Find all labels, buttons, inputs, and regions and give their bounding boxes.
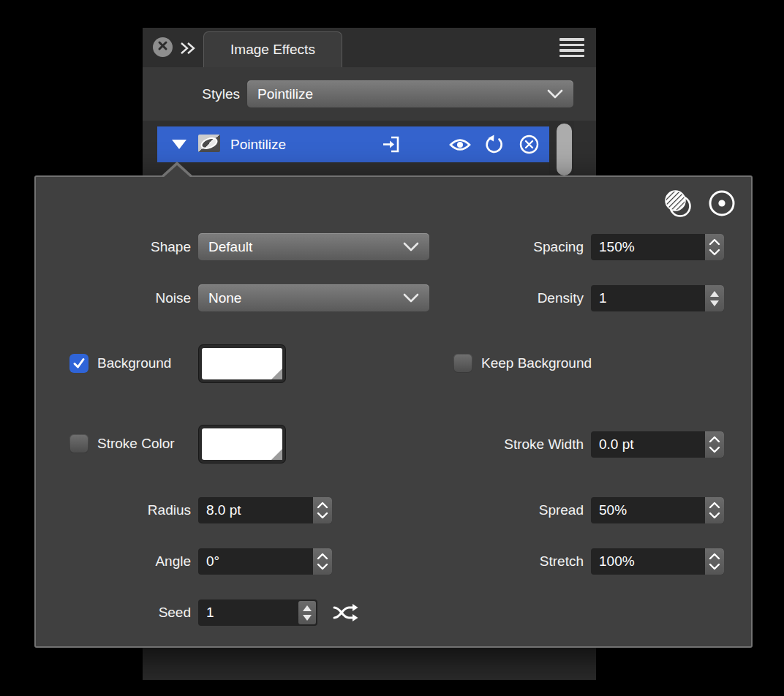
background-label: Background bbox=[97, 354, 171, 373]
reset-undo-icon[interactable] bbox=[485, 135, 505, 157]
swatch-color bbox=[202, 428, 282, 460]
stroke-width-stepper[interactable] bbox=[705, 431, 724, 458]
noise-label: Noise bbox=[80, 284, 191, 311]
angle-value: 0° bbox=[206, 548, 219, 575]
spread-stepper[interactable] bbox=[705, 497, 724, 523]
density-stepper[interactable] bbox=[705, 285, 724, 311]
stretch-stepper[interactable] bbox=[705, 548, 724, 575]
shuffle-icon[interactable] bbox=[332, 602, 360, 627]
background-checkbox[interactable] bbox=[69, 354, 88, 373]
stroke-width-label: Stroke Width bbox=[437, 431, 584, 458]
tab-label: Image Effects bbox=[230, 42, 315, 58]
scrollbar-thumb[interactable] bbox=[557, 124, 572, 175]
chevron-down-icon bbox=[547, 86, 563, 102]
panel-menu-icon[interactable] bbox=[559, 38, 584, 57]
panel-header: Image Effects bbox=[143, 28, 596, 67]
radius-label: Radius bbox=[80, 496, 191, 523]
background-color-swatch[interactable] bbox=[198, 344, 286, 383]
stretch-label: Stretch bbox=[437, 548, 584, 575]
delete-circle-x-icon[interactable] bbox=[519, 134, 540, 158]
spread-value: 50% bbox=[599, 497, 627, 523]
swatch-color bbox=[202, 348, 282, 379]
noise-dropdown-value: None bbox=[208, 290, 241, 306]
radius-value: 8.0 pt bbox=[206, 497, 241, 523]
close-icon bbox=[157, 40, 168, 54]
panel-close-button[interactable] bbox=[153, 37, 173, 57]
angle-label: Angle bbox=[80, 548, 191, 575]
swatch-corner-icon bbox=[271, 449, 282, 460]
disclosure-triangle-icon[interactable] bbox=[172, 140, 186, 149]
live-filter-icon bbox=[198, 135, 220, 155]
visibility-eye-icon[interactable] bbox=[448, 137, 472, 156]
seed-value: 1 bbox=[206, 599, 214, 626]
spacing-value: 150% bbox=[599, 234, 635, 260]
shape-label: Shape bbox=[80, 233, 191, 260]
seed-field[interactable]: 1 bbox=[198, 599, 317, 626]
angle-field[interactable]: 0° bbox=[198, 548, 332, 575]
spacing-stepper[interactable] bbox=[705, 234, 724, 260]
spread-label: Spread bbox=[437, 496, 584, 523]
chevron-down-icon bbox=[403, 239, 419, 255]
density-field[interactable]: 1 bbox=[591, 285, 724, 311]
keep-background-checkbox[interactable] bbox=[453, 354, 472, 373]
checkmark-icon bbox=[72, 356, 86, 371]
density-value: 1 bbox=[599, 285, 607, 311]
styles-label: Styles bbox=[172, 80, 240, 108]
pointilize-settings-popover: Shape Default Spacing 150% Noise None De… bbox=[34, 175, 753, 648]
spacing-label: Spacing bbox=[437, 233, 584, 260]
spread-field[interactable]: 50% bbox=[591, 497, 724, 523]
density-label: Density bbox=[437, 284, 584, 311]
swatch-corner-icon bbox=[271, 368, 282, 379]
radius-stepper[interactable] bbox=[313, 497, 332, 523]
spacing-field[interactable]: 150% bbox=[591, 234, 724, 260]
stroke-color-swatch[interactable] bbox=[198, 425, 286, 464]
styles-dropdown[interactable]: Pointilize bbox=[247, 80, 573, 107]
stroke-width-value: 0.0 pt bbox=[599, 431, 634, 458]
circle-dot-icon[interactable] bbox=[706, 188, 737, 222]
shape-dropdown-value: Default bbox=[208, 239, 252, 255]
chevron-down-icon bbox=[403, 290, 419, 306]
seed-stepper[interactable] bbox=[298, 601, 316, 624]
shape-dropdown[interactable]: Default bbox=[198, 233, 429, 260]
effect-row-pointilize[interactable]: Pointilize bbox=[157, 126, 552, 162]
stroke-width-field[interactable]: 0.0 pt bbox=[591, 431, 724, 458]
radius-field[interactable]: 8.0 pt bbox=[198, 497, 332, 523]
styles-dropdown-value: Pointilize bbox=[257, 86, 313, 102]
stroke-color-label: Stroke Color bbox=[97, 434, 175, 453]
angle-stepper[interactable] bbox=[313, 548, 332, 575]
merge-arrow-icon[interactable] bbox=[381, 135, 401, 157]
seed-label: Seed bbox=[80, 599, 191, 626]
stretch-value: 100% bbox=[599, 548, 635, 575]
effect-title: Pointilize bbox=[230, 137, 286, 153]
noise-dropdown[interactable]: None bbox=[198, 284, 429, 311]
collapse-chevrons-icon[interactable] bbox=[179, 39, 197, 60]
stretch-field[interactable]: 100% bbox=[591, 548, 724, 575]
tab-image-effects[interactable]: Image Effects bbox=[203, 31, 342, 67]
panel-bottom-area bbox=[143, 646, 596, 680]
hatched-circles-icon[interactable] bbox=[662, 188, 694, 223]
keep-background-label: Keep Background bbox=[481, 354, 592, 373]
stroke-color-checkbox[interactable] bbox=[69, 434, 88, 453]
screenshot-root: Image Effects Styles Pointilize bbox=[0, 0, 784, 696]
